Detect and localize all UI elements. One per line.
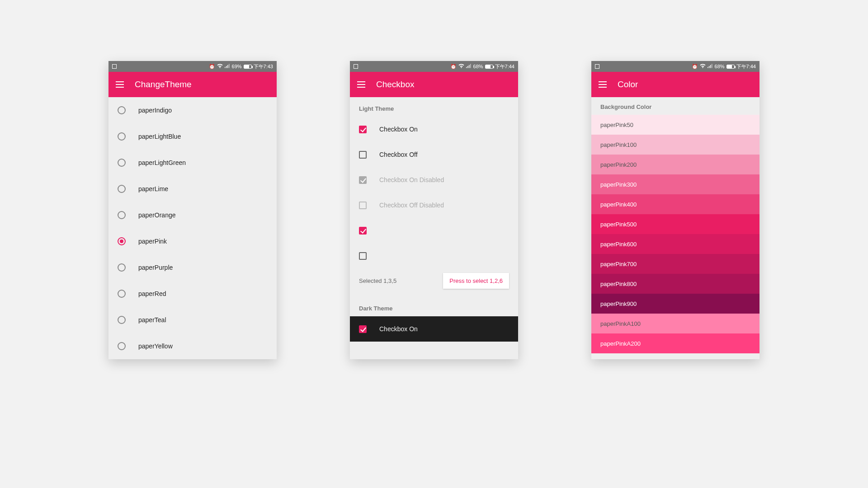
checkbox-row-6[interactable] (350, 243, 518, 268)
phone-change-theme: ⏰ 69% 下午7:43 ChangeTheme paperIndigopape… (108, 61, 277, 359)
status-bar: ⏰ 68% 下午7:44 (591, 61, 760, 72)
color-swatch-paperPink800[interactable]: paperPink800 (591, 274, 760, 294)
alarm-icon: ⏰ (450, 64, 457, 70)
theme-label: paperRed (138, 290, 166, 297)
radio-icon[interactable] (118, 263, 126, 272)
checkbox-icon[interactable] (359, 252, 367, 260)
color-swatch-paperPink300[interactable]: paperPink300 (591, 174, 760, 194)
status-bar: ⏰ 69% 下午7:43 (108, 61, 277, 72)
theme-label: paperPink (138, 238, 167, 245)
color-swatch-paperPink700[interactable]: paperPink700 (591, 254, 760, 274)
checkbox-row-dark[interactable]: Checkbox On (350, 316, 518, 342)
status-time: 下午7:44 (736, 63, 756, 70)
checkbox-row-3: Checkbox On Disabled (350, 167, 518, 192)
color-swatch-paperPinkA200[interactable]: paperPinkA200 (591, 333, 760, 353)
theme-option-paperTeal[interactable]: paperTeal (108, 307, 277, 333)
radio-icon[interactable] (118, 316, 126, 324)
theme-label: paperLightBlue (138, 133, 181, 140)
color-swatch-paperPink100[interactable]: paperPink100 (591, 135, 760, 155)
color-swatch-paperPink400[interactable]: paperPink400 (591, 194, 760, 214)
checkbox-icon[interactable] (359, 227, 367, 235)
dark-theme-header: Dark Theme (350, 297, 518, 316)
theme-label: paperPurple (138, 264, 173, 271)
radio-icon[interactable] (118, 342, 126, 350)
app-bar: Color (591, 72, 760, 97)
checkbox-icon[interactable] (359, 325, 367, 333)
checkbox-row-1[interactable]: Checkbox On (350, 117, 518, 142)
battery-icon (485, 65, 493, 69)
hamburger-icon[interactable] (357, 81, 365, 88)
status-icon (354, 64, 358, 69)
svg-rect-7 (470, 64, 471, 68)
theme-label: paperLime (138, 185, 168, 192)
theme-label: paperLightGreen (138, 159, 186, 166)
radio-icon[interactable] (118, 237, 126, 245)
hamburger-icon[interactable] (116, 81, 124, 88)
theme-option-paperOrange[interactable]: paperOrange (108, 202, 277, 228)
radio-icon[interactable] (118, 185, 126, 193)
wifi-icon (217, 64, 223, 69)
signal-icon (225, 64, 230, 69)
theme-option-paperRed[interactable]: paperRed (108, 281, 277, 307)
alarm-icon: ⏰ (209, 64, 215, 70)
hamburger-icon[interactable] (599, 81, 607, 88)
color-swatch-paperPink900[interactable]: paperPink900 (591, 294, 760, 314)
theme-option-paperIndigo[interactable]: paperIndigo (108, 97, 277, 123)
phone-checkbox: ⏰ 68% 下午7:44 Checkbox Light Theme Checkb… (350, 61, 518, 359)
checkbox-row-5[interactable] (350, 218, 518, 243)
radio-icon[interactable] (118, 106, 126, 114)
theme-option-paperYellow[interactable]: paperYellow (108, 333, 277, 359)
checkbox-icon (359, 176, 367, 184)
svg-rect-5 (467, 66, 468, 68)
selected-summary: Selected 1,3,5 (359, 277, 396, 284)
radio-icon[interactable] (118, 290, 126, 298)
svg-rect-6 (469, 65, 470, 68)
theme-list: paperIndigopaperLightBluepaperLightGreen… (108, 97, 277, 359)
svg-rect-8 (708, 67, 708, 68)
color-swatch-paperPink200[interactable]: paperPink200 (591, 155, 760, 174)
checkbox-row-4: Checkbox Off Disabled (350, 192, 518, 218)
checkbox-label: Checkbox Off (379, 151, 418, 158)
wifi-icon (700, 64, 706, 69)
app-bar: Checkbox (350, 72, 518, 97)
checkbox-icon[interactable] (359, 126, 367, 133)
theme-label: paperIndigo (138, 107, 172, 114)
svg-rect-10 (710, 65, 711, 68)
checkbox-label: Checkbox On (379, 325, 418, 333)
app-title: ChangeTheme (135, 80, 192, 89)
radio-icon[interactable] (118, 211, 126, 219)
svg-rect-11 (712, 64, 712, 68)
checkbox-icon[interactable] (359, 151, 367, 159)
svg-rect-0 (225, 67, 226, 68)
theme-label: paperYellow (138, 343, 173, 350)
signal-icon (466, 64, 472, 69)
checkbox-row-2[interactable]: Checkbox Off (350, 142, 518, 167)
svg-rect-9 (709, 66, 710, 68)
status-time: 下午7:43 (254, 63, 273, 70)
color-swatch-paperPink500[interactable]: paperPink500 (591, 214, 760, 234)
theme-option-paperLime[interactable]: paperLime (108, 176, 277, 202)
theme-option-paperLightGreen[interactable]: paperLightGreen (108, 150, 277, 176)
radio-icon[interactable] (118, 132, 126, 141)
svg-rect-2 (227, 65, 228, 68)
alarm-icon: ⏰ (692, 64, 698, 70)
status-time: 下午7:44 (495, 63, 514, 70)
battery-icon (244, 65, 252, 69)
battery-icon (726, 65, 735, 69)
theme-option-paperPink[interactable]: paperPink (108, 228, 277, 254)
status-icon (595, 64, 599, 69)
signal-icon (708, 64, 713, 69)
radio-icon[interactable] (118, 159, 126, 167)
theme-option-paperLightBlue[interactable]: paperLightBlue (108, 123, 277, 150)
color-swatch-paperPink50[interactable]: paperPink50 (591, 115, 760, 135)
color-swatch-paperPinkA100[interactable]: paperPinkA100 (591, 314, 760, 333)
svg-rect-3 (229, 64, 230, 68)
checkbox-label: Checkbox On (379, 126, 418, 133)
app-title: Checkbox (376, 80, 415, 89)
svg-rect-1 (226, 66, 227, 68)
color-swatch-paperPink600[interactable]: paperPink600 (591, 234, 760, 254)
theme-option-paperPurple[interactable]: paperPurple (108, 254, 277, 281)
color-body: Background Color paperPink50paperPink100… (591, 97, 760, 359)
wifi-icon (458, 64, 464, 69)
press-select-button[interactable]: Press to select 1,2,6 (443, 273, 509, 289)
